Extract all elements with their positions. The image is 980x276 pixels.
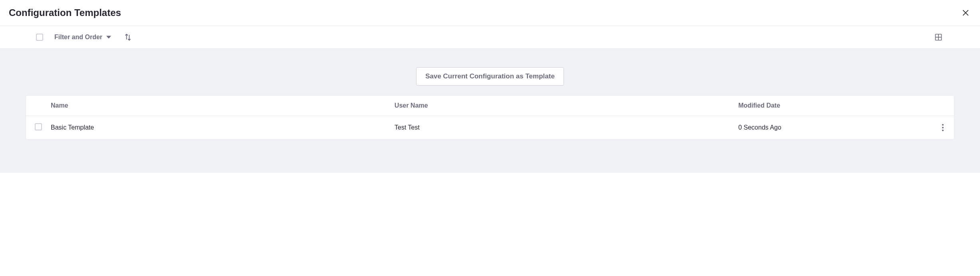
cell-modified: 0 Seconds Ago	[738, 124, 929, 131]
filter-order-dropdown[interactable]: Filter and Order	[54, 34, 111, 41]
svg-point-6	[942, 127, 944, 128]
row-checkbox-cell	[35, 123, 51, 132]
main-area: Save Current Configuration as Template N…	[0, 49, 980, 173]
page-title: Configuration Templates	[9, 7, 121, 18]
table-row[interactable]: Basic Template Test Test 0 Seconds Ago	[26, 116, 954, 139]
toolbar-left: Filter and Order	[36, 32, 133, 43]
svg-point-7	[942, 130, 944, 131]
templates-table: Name User Name Modified Date Basic Templ…	[26, 95, 954, 140]
toolbar: Filter and Order	[0, 26, 980, 49]
sort-arrows-icon	[124, 33, 132, 41]
cell-name: Basic Template	[51, 124, 394, 131]
sort-button[interactable]	[122, 32, 133, 43]
row-checkbox[interactable]	[35, 123, 42, 130]
filter-order-label: Filter and Order	[54, 34, 102, 41]
close-icon	[962, 9, 970, 17]
grid-view-button[interactable]	[933, 32, 944, 43]
save-button-container: Save Current Configuration as Template	[26, 67, 954, 86]
grid-icon	[934, 33, 942, 41]
svg-point-5	[942, 124, 944, 126]
save-configuration-button[interactable]: Save Current Configuration as Template	[416, 67, 564, 86]
row-more-button[interactable]	[940, 122, 945, 133]
cell-user: Test Test	[394, 124, 738, 131]
close-button[interactable]	[960, 7, 971, 18]
chevron-down-icon	[106, 35, 111, 40]
column-header-name[interactable]: Name	[51, 102, 394, 109]
column-header-modified[interactable]: Modified Date	[738, 102, 929, 109]
select-all-checkbox[interactable]	[36, 34, 43, 41]
cell-actions	[929, 122, 945, 133]
more-vertical-icon	[942, 124, 944, 131]
header: Configuration Templates	[0, 0, 980, 26]
table-header: Name User Name Modified Date	[26, 96, 954, 116]
column-header-user[interactable]: User Name	[394, 102, 738, 109]
